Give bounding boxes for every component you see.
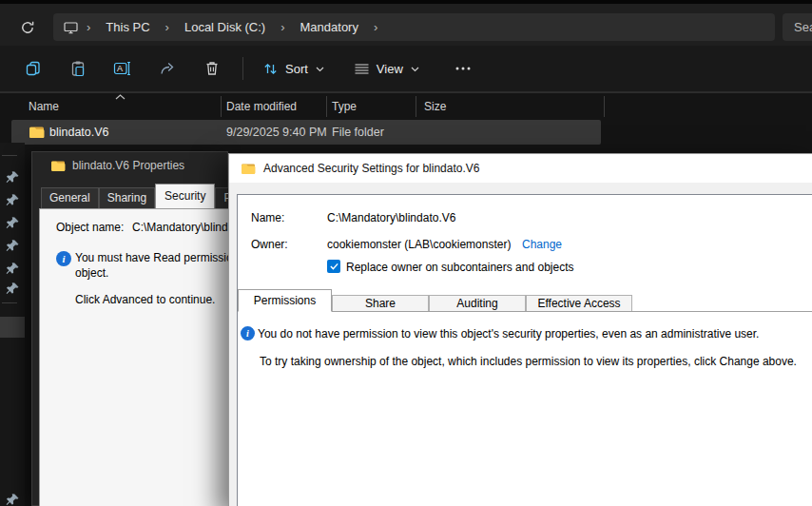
sidebar-selected-item[interactable] xyxy=(0,317,25,338)
name-label: Name: xyxy=(251,211,284,224)
pin-icon[interactable] xyxy=(6,170,20,185)
advanced-dialog-body: Name: C:\Mandatory\blindato.V6 Owner: co… xyxy=(237,194,812,506)
sidebar-divider xyxy=(2,155,17,156)
svg-text:A: A xyxy=(117,64,123,73)
chevron-down-icon xyxy=(315,64,325,74)
view-button[interactable]: View xyxy=(346,53,428,84)
sort-ascending-icon xyxy=(114,93,126,101)
owner-value: cookiemonster (LAB\cookiemonster) xyxy=(327,238,511,251)
pin-icon[interactable] xyxy=(6,493,20,506)
explorer-navbar: › This PC › Local Disk (C:) › Mandatory … xyxy=(0,4,812,46)
view-lines-icon xyxy=(354,62,370,76)
chevron-right-icon[interactable]: › xyxy=(370,20,381,34)
breadcrumb-local-disk[interactable]: Local Disk (C:) xyxy=(177,18,273,36)
file-date: 9/29/2025 9:40 PM xyxy=(226,126,327,139)
replace-owner-checkbox[interactable] xyxy=(327,260,340,273)
file-type: File folder xyxy=(332,126,384,139)
read-permissions-text-line1: You must have Read permissions xyxy=(75,251,244,264)
properties-dialog-titlebar[interactable]: blindato.V6 Properties xyxy=(50,159,184,172)
address-bar[interactable]: › This PC › Local Disk (C:) › Mandatory … xyxy=(53,13,775,41)
checkmark-icon xyxy=(329,262,339,271)
sort-button[interactable]: Sort xyxy=(255,53,333,84)
paste-icon xyxy=(69,60,87,77)
refresh-icon xyxy=(20,20,35,35)
security-tab-page: Object name: C:\Mandatory\blindat i You … xyxy=(39,208,229,506)
search-text: Sea xyxy=(794,20,812,34)
pin-icon[interactable] xyxy=(6,216,20,230)
file-name: blindato.V6 xyxy=(49,126,109,139)
breadcrumb-this-pc[interactable]: This PC xyxy=(98,18,157,36)
column-header-row: Name Date modified Type Size xyxy=(0,92,812,120)
column-divider[interactable] xyxy=(416,96,416,117)
folder-icon xyxy=(50,159,66,172)
pin-icon[interactable] xyxy=(6,282,20,296)
info-icon: i xyxy=(56,251,71,266)
this-pc-icon xyxy=(63,20,79,35)
column-name[interactable]: Name xyxy=(29,100,59,113)
column-divider[interactable] xyxy=(326,96,327,117)
breadcrumb-mandatory[interactable]: Mandatory xyxy=(293,18,366,36)
read-permissions-text-line2: object. xyxy=(75,266,108,280)
search-input[interactable]: Sea xyxy=(783,13,812,41)
sort-arrows-icon xyxy=(262,61,279,77)
column-divider[interactable] xyxy=(221,96,222,117)
replace-owner-label: Replace owner on subcontainers and objec… xyxy=(346,261,573,274)
tab-security[interactable]: Security xyxy=(155,184,215,208)
file-row-blindato-v6[interactable]: blindato.V6 9/29/2025 9:40 PM File folde… xyxy=(11,120,601,145)
tab-sharing[interactable]: Sharing xyxy=(99,187,155,208)
advanced-security-dialog: Advanced Security Settings for blindato.… xyxy=(228,153,812,506)
view-label: View xyxy=(377,62,403,76)
properties-dialog-title: blindato.V6 Properties xyxy=(72,159,184,172)
more-options-button[interactable] xyxy=(447,53,479,84)
rename-button[interactable]: A xyxy=(106,53,139,84)
copy-icon xyxy=(25,60,42,77)
explorer-toolbar: A Sort View xyxy=(0,46,812,92)
column-type[interactable]: Type xyxy=(332,100,357,113)
sort-label: Sort xyxy=(285,62,308,76)
chevron-right-icon[interactable]: › xyxy=(277,20,288,34)
paste-button[interactable] xyxy=(62,53,94,84)
share-button[interactable] xyxy=(151,53,184,84)
ellipsis-icon xyxy=(454,66,472,71)
folder-icon xyxy=(29,125,45,139)
toolbar-divider xyxy=(242,57,243,80)
chevron-right-icon[interactable]: › xyxy=(83,20,94,34)
info-icon: i xyxy=(241,326,255,341)
tab-permissions[interactable]: Permissions xyxy=(238,289,332,312)
chevron-down-icon xyxy=(410,64,420,74)
column-date-modified[interactable]: Date modified xyxy=(226,100,297,113)
advanced-dialog-title: Advanced Security Settings for blindato.… xyxy=(263,162,479,175)
rename-icon: A xyxy=(113,60,132,77)
copy-button[interactable] xyxy=(17,53,49,84)
object-name-label: Object name: xyxy=(56,221,124,234)
properties-dialog: blindato.V6 Properties General Sharing S… xyxy=(31,151,228,506)
folder-icon xyxy=(241,162,256,175)
advanced-tabs: Permissions Share Auditing Effective Acc… xyxy=(238,289,812,312)
tab-general[interactable]: General xyxy=(41,187,99,208)
navigation-pane xyxy=(0,143,25,506)
delete-button[interactable] xyxy=(196,53,228,84)
delete-icon xyxy=(203,60,221,77)
screen: › This PC › Local Disk (C:) › Mandatory … xyxy=(0,0,812,506)
column-size[interactable]: Size xyxy=(424,100,446,113)
pin-icon[interactable] xyxy=(6,239,20,253)
share-icon xyxy=(159,60,176,77)
owner-label: Owner: xyxy=(251,238,288,251)
column-divider[interactable] xyxy=(604,96,605,117)
pin-icon[interactable] xyxy=(6,262,20,276)
change-owner-link[interactable]: Change xyxy=(522,238,562,251)
tab-share[interactable]: Share xyxy=(332,295,429,311)
name-value: C:\Mandatory\blindato.V6 xyxy=(327,211,455,224)
advanced-dialog-titlebar[interactable]: Advanced Security Settings for blindato.… xyxy=(229,154,812,183)
sidebar-divider xyxy=(2,302,17,303)
object-name-value: C:\Mandatory\blindat xyxy=(132,221,238,234)
refresh-button[interactable] xyxy=(13,15,42,40)
pin-icon[interactable] xyxy=(6,193,20,207)
take-ownership-text: To try taking ownership of the object, w… xyxy=(260,355,797,368)
tab-effective-access[interactable]: Effective Access xyxy=(526,295,632,311)
click-advanced-hint: Click Advanced to continue. xyxy=(75,293,215,306)
no-permission-text: You do not have permission to view this … xyxy=(258,327,759,341)
tab-auditing[interactable]: Auditing xyxy=(429,295,526,311)
chevron-right-icon[interactable]: › xyxy=(162,20,173,34)
